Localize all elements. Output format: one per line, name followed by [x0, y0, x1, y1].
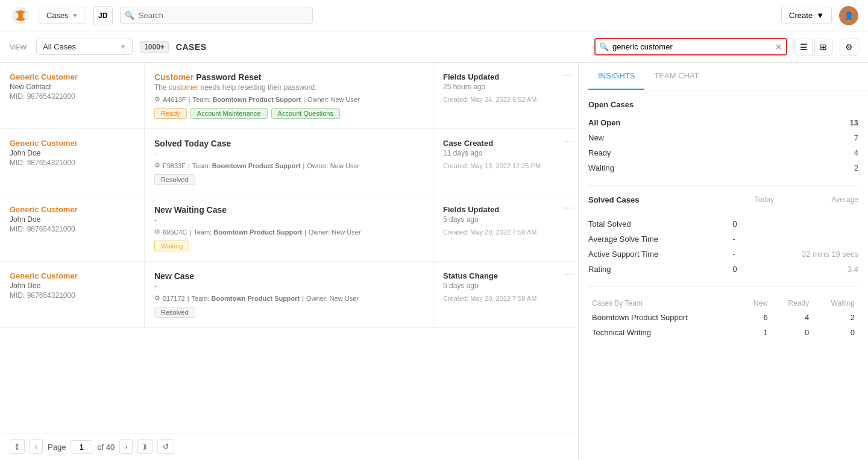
- tab-insights[interactable]: INSIGHTS: [588, 63, 644, 90]
- view-select[interactable]: All Cases ▼: [36, 39, 133, 55]
- table-row[interactable]: Generic Customer John Doe MID: 987654321…: [0, 195, 578, 262]
- waiting-val: 2: [801, 160, 858, 175]
- case-subtitle-3: -: [154, 216, 423, 224]
- more-options-2[interactable]: ···: [564, 136, 573, 147]
- logo: [10, 5, 31, 27]
- team-label-1: Team: Boomtown Product Support: [192, 96, 301, 103]
- case-title-4: New Case: [154, 271, 423, 281]
- active-support-avg: 32 mins 19 secs: [741, 247, 858, 262]
- first-page-button[interactable]: ⟪: [10, 440, 25, 454]
- rating-avg: 3.4: [741, 262, 858, 277]
- case-id-1: A4613F: [163, 96, 186, 103]
- tag-account-maintenance-1: Account Maintenance: [190, 108, 268, 119]
- create-label: Create: [789, 11, 813, 20]
- team-ready-1: 0: [772, 325, 813, 340]
- refresh-button[interactable]: ↺: [157, 440, 174, 454]
- create-chevron-icon: ▼: [816, 11, 824, 20]
- mid-3: MID: 987654321000: [10, 225, 134, 233]
- user-initials-button[interactable]: JD: [93, 6, 113, 25]
- clear-filter-button[interactable]: ✕: [775, 42, 782, 52]
- page-number-input[interactable]: [71, 440, 92, 454]
- avatar[interactable]: 👤: [839, 6, 858, 25]
- case-middle-4: New Case - ⚙ 017172 | Team: Boomtown Pro…: [145, 262, 433, 327]
- case-middle-3: New Waiting Case - ⚙ 695C4C | Team: Boom…: [145, 195, 433, 261]
- case-right-4: Status Change 5 days ago Created: May 20…: [433, 262, 578, 327]
- ready-col-header: Ready: [772, 297, 813, 310]
- case-subtitle-1: The customer needs help resetting their …: [154, 83, 423, 92]
- table-row[interactable]: Generic Customer New Contact MID: 987654…: [0, 63, 578, 129]
- contact-type-3: John Doe: [10, 215, 134, 224]
- case-meta-4: ⚙ 017172 | Team: Boomtown Product Suppor…: [154, 294, 423, 302]
- case-subtitle-2: -: [154, 150, 423, 158]
- rating-val: 0: [733, 262, 742, 277]
- total-solved-label: Total Solved: [588, 216, 733, 232]
- filter-search-icon: 🔍: [599, 42, 609, 51]
- tag-resolved-2: Resolved: [154, 174, 195, 185]
- mid-2: MID: 987654321000: [10, 159, 134, 167]
- header-search-input[interactable]: [120, 7, 313, 24]
- case-tags-4: Resolved: [154, 307, 423, 318]
- rating-label: Rating: [588, 262, 733, 277]
- case-title-3: New Waiting Case: [154, 205, 423, 215]
- event-created-3: Created: May 20, 2022 7:58 AM: [443, 228, 568, 236]
- total-solved-avg: [741, 216, 858, 232]
- view-select-chevron-icon: ▼: [120, 43, 126, 50]
- list-item: Technical Writing 1 0 0: [588, 325, 858, 340]
- event-created-2: Created: May 13, 2022 12:25 PM: [443, 162, 568, 169]
- gear-icon-4: ⚙: [154, 294, 160, 302]
- waiting-col-header: Waiting: [813, 297, 858, 310]
- last-page-button[interactable]: ⟫: [137, 440, 153, 454]
- tag-waiting-3: Waiting: [154, 241, 189, 251]
- case-id-2: F9833F: [163, 162, 186, 169]
- team-new-0: 6: [740, 310, 772, 325]
- table-row[interactable]: Generic Customer John Doe MID: 987654321…: [0, 129, 578, 195]
- header-search-icon: 🔍: [125, 11, 134, 20]
- case-left-4: Generic Customer John Doe MID: 987654321…: [0, 262, 145, 327]
- next-page-button[interactable]: ›: [119, 440, 133, 454]
- customer-name-2[interactable]: Generic Customer: [10, 139, 134, 148]
- mid-1: MID: 987654321000: [10, 92, 134, 101]
- contact-type-1: New Contact: [10, 83, 134, 91]
- event-time-2: 11 days ago: [443, 149, 568, 157]
- list-view-button[interactable]: ☰: [794, 39, 813, 55]
- cases-dropdown-button[interactable]: Cases ▼: [39, 7, 86, 24]
- customer-name-4[interactable]: Generic Customer: [10, 271, 134, 280]
- header-search-area: 🔍: [120, 7, 313, 24]
- team-waiting-1: 0: [813, 325, 858, 340]
- case-right-2: Case Created 11 days ago Created: May 13…: [433, 129, 578, 195]
- table-row[interactable]: Generic Customer John Doe MID: 987654321…: [0, 262, 578, 328]
- create-button[interactable]: Create ▼: [781, 7, 832, 24]
- customer-name-1[interactable]: Generic Customer: [10, 72, 134, 81]
- case-title-1: Customer Password Reset: [154, 72, 423, 82]
- filter-options-button[interactable]: ⚙: [840, 39, 858, 55]
- event-type-2: Case Created: [443, 139, 568, 148]
- total-solved-val: 0: [733, 216, 742, 232]
- cases-chevron-icon: ▼: [72, 12, 78, 19]
- team-label-4: Team: Boomtown Product Support: [192, 295, 300, 302]
- prev-page-button[interactable]: ‹: [30, 440, 43, 454]
- tab-team-chat[interactable]: TEAM CHAT: [644, 63, 708, 90]
- team-label-3: Team: Boomtown Product Support: [193, 228, 302, 236]
- new-col-header: New: [740, 297, 772, 310]
- today-col-label: Today: [726, 195, 774, 210]
- grid-view-button[interactable]: ⊞: [814, 39, 832, 55]
- filter-search-input[interactable]: [594, 38, 787, 55]
- new-label: New: [588, 130, 801, 145]
- cases-panel: Generic Customer New Contact MID: 987654…: [0, 63, 579, 460]
- active-support-val: -: [733, 247, 742, 262]
- right-panel: INSIGHTS TEAM CHAT Open Cases All Open 1…: [579, 63, 868, 460]
- event-time-4: 5 days ago: [443, 282, 568, 290]
- cases-title: CASES: [176, 42, 207, 52]
- more-options-1[interactable]: ···: [564, 70, 573, 81]
- all-open-val: 13: [801, 115, 858, 130]
- solved-cases-title: Solved Cases: [588, 195, 640, 204]
- customer-name-3[interactable]: Generic Customer: [10, 205, 134, 214]
- owner-label-3: Owner: New User: [309, 228, 361, 236]
- average-col-label: Average: [810, 195, 858, 210]
- list-item: Boomtown Product Support 6 4 2: [588, 310, 858, 325]
- new-val: 7: [801, 130, 858, 145]
- all-open-label: All Open: [588, 115, 801, 130]
- more-options-4[interactable]: ···: [564, 269, 573, 280]
- tabs: INSIGHTS TEAM CHAT: [579, 63, 868, 90]
- more-options-3[interactable]: ···: [564, 203, 573, 213]
